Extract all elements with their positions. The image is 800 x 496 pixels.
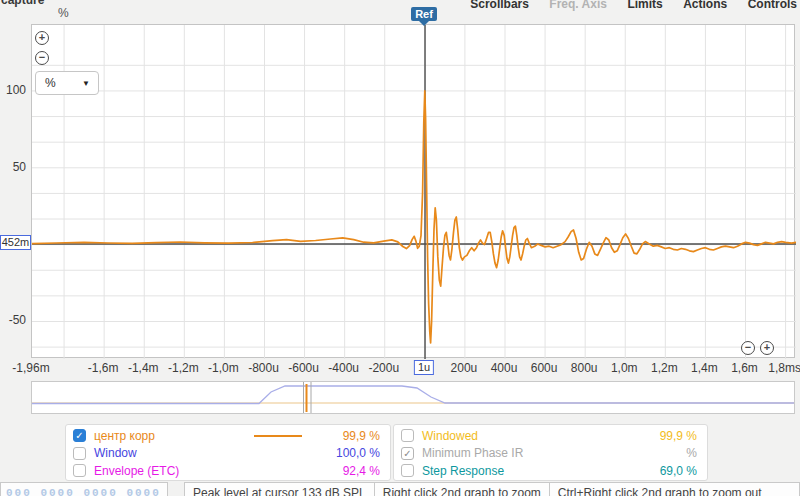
x-tick-label: 1,6m xyxy=(731,361,758,375)
legend-line-sample xyxy=(248,435,308,437)
legend-value: 99,9 % xyxy=(308,429,380,443)
y-axis-labels: 10050-50 xyxy=(0,24,27,358)
x-tick-label: -1,0m xyxy=(208,361,239,375)
x-tick-label: -1,96m xyxy=(12,361,49,375)
legend-checkbox[interactable] xyxy=(73,447,86,460)
zoom-in-x-button[interactable]: + xyxy=(760,341,774,355)
y-tick-label: -50 xyxy=(9,313,26,327)
cursor-y-value-box: 452m xyxy=(0,235,31,250)
legend-label: Windowed xyxy=(422,429,565,443)
x-tick-label: -400u xyxy=(328,361,359,375)
status-counter: 000 0000 0000 0000 0000 0000 xyxy=(1,487,168,496)
legend-value: % xyxy=(625,446,697,460)
menu-actions[interactable]: Actions xyxy=(683,0,727,11)
overview-window-line xyxy=(32,386,794,404)
y-unit-dropdown-value: % xyxy=(36,76,56,90)
legend-label: Window xyxy=(94,446,248,460)
legend-checkbox[interactable]: ✓ xyxy=(401,447,414,460)
window-title-partial: capture xyxy=(1,0,44,7)
status-counter-segment: 000 0000 0000 0000 0000 0000 xyxy=(0,482,168,496)
legend-checkbox[interactable] xyxy=(401,464,414,477)
app-window: capture % Scrollbars Freq. Axis Limits A… xyxy=(0,0,800,496)
ref-time-marker[interactable]: Ref xyxy=(411,7,437,21)
legend-label: Envelope (ETC) xyxy=(94,464,248,478)
x-tick-label: 1,0m xyxy=(611,361,638,375)
x-tick-label: -800u xyxy=(248,361,279,375)
zoom-out-y-button[interactable]: − xyxy=(35,51,49,65)
legend-row-right-0: Windowed99,9 % xyxy=(394,427,707,445)
x-tick-label: 1,2m xyxy=(651,361,678,375)
status-message: Peak level at cursor 133 dB SPL xyxy=(185,486,374,496)
status-hint-2: Ctrl+Right click 2nd graph to zoom out xyxy=(550,486,770,496)
legend-value: 69,0 % xyxy=(625,464,697,478)
menu-scrollbars[interactable]: Scrollbars xyxy=(470,0,529,11)
x-tick-label: 1,4m xyxy=(691,361,718,375)
y-tick-label: 100 xyxy=(6,83,26,97)
impulse-plot-area[interactable]: + − % ▼ − + xyxy=(31,24,795,358)
status-message-segment: Peak level at cursor 133 dB SPL Right cl… xyxy=(184,482,800,496)
x-tick-label: -1,6m xyxy=(88,361,119,375)
legend-row-left-2: Envelope (ETC)92,4 % xyxy=(66,462,390,480)
x-tick-label: -1,4m xyxy=(128,361,159,375)
legend-value: 92,4 % xyxy=(308,464,380,478)
legend-panel-right: Windowed99,9 %✓Minimum Phase IR%Step Res… xyxy=(393,424,708,481)
legend-checkbox[interactable] xyxy=(73,464,86,477)
cursor-x-value-box: 1u xyxy=(414,360,434,375)
legend-label: Minimum Phase IR xyxy=(422,446,565,460)
menu-limits[interactable]: Limits xyxy=(627,0,662,11)
y-unit-dropdown[interactable]: % ▼ xyxy=(35,71,99,95)
x-axis-labels: -1,96m-1,6m-1,4m-1,2m-1,0m-800u-600u-400… xyxy=(31,361,795,377)
legend-value: 100,0 % xyxy=(308,446,380,460)
zoom-in-y-button[interactable]: + xyxy=(35,31,49,45)
x-tick-label: -200u xyxy=(368,361,399,375)
graph-menu: Scrollbars Freq. Axis Limits Actions Con… xyxy=(454,0,797,12)
legend-label: центр корр xyxy=(94,429,248,443)
legend-row-left-0: ✓центр корр99,9 % xyxy=(66,427,390,445)
status-hint-1: Right click 2nd graph to zoom xyxy=(375,486,549,496)
overview-strip[interactable] xyxy=(31,381,795,414)
legend-checkbox[interactable]: ✓ xyxy=(73,429,86,442)
menu-controls[interactable]: Controls xyxy=(748,0,797,11)
chevron-down-icon: ▼ xyxy=(82,79,98,88)
impulse-waveform xyxy=(32,91,796,343)
zoom-out-x-button[interactable]: − xyxy=(741,341,755,355)
x-tick-label: 1,8ms xyxy=(768,361,800,375)
y-tick-label: 50 xyxy=(13,160,26,174)
legend-panel-left: ✓центр корр99,9 %Window100,0 %Envelope (… xyxy=(65,424,391,481)
legend-row-left-1: Window100,0 % xyxy=(66,445,390,463)
x-tick-label: 400u xyxy=(491,361,518,375)
impulse-chart xyxy=(32,25,796,359)
y-axis-unit-label: % xyxy=(58,6,69,20)
x-tick-label: -600u xyxy=(288,361,319,375)
overview-chart xyxy=(32,382,794,413)
status-bar: 000 0000 0000 0000 0000 0000 Peak level … xyxy=(0,482,800,496)
x-tick-label: 800u xyxy=(571,361,598,375)
legend-value: 99,9 % xyxy=(625,429,697,443)
x-tick-label: 600u xyxy=(531,361,558,375)
menu-freq-axis: Freq. Axis xyxy=(549,0,607,11)
x-tick-label: -1,2m xyxy=(168,361,199,375)
legend-checkbox[interactable] xyxy=(401,429,414,442)
legend-row-right-2: Step Response69,0 % xyxy=(394,462,707,480)
legend-row-right-1: ✓Minimum Phase IR% xyxy=(394,445,707,463)
x-tick-label: 200u xyxy=(451,361,478,375)
legend-label: Step Response xyxy=(422,464,565,478)
